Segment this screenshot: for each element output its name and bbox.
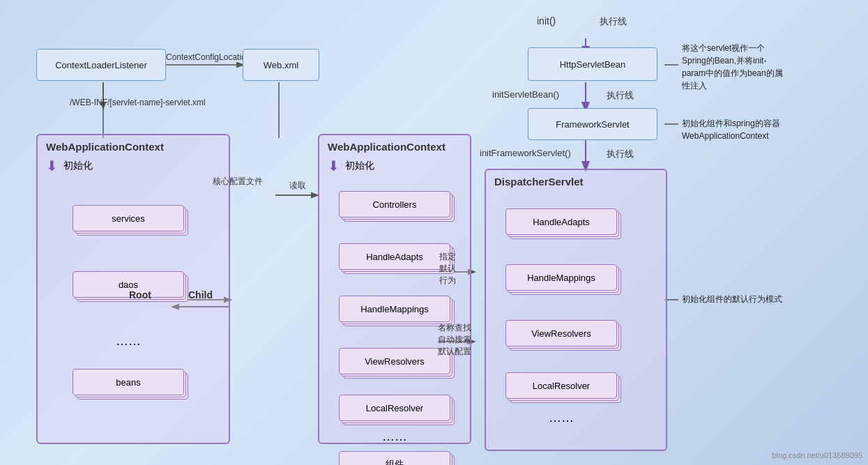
view-resolvers1-stacked: ViewResolvers: [339, 348, 450, 374]
web-app-context2-sub: 初始化: [345, 160, 374, 172]
annotation3: 初始化组件的默认行为模式: [682, 293, 849, 305]
read-arrow-label: 读取: [289, 180, 306, 192]
context-loader-listener-label: ContextLoaderListener: [55, 60, 147, 70]
init-label: init(): [537, 15, 556, 26]
daos-stacked: daos: [73, 271, 184, 298]
exec-line2-label: 执行线: [607, 89, 634, 102]
local-resolver2-stacked: LocalResolver: [505, 372, 617, 399]
handle-mappings1-stacked: HandleMappings: [339, 296, 450, 322]
child-label: Child: [188, 289, 213, 300]
watermark: blog.csdn.net/u013589095: [772, 451, 862, 459]
diagram-container: ContextLoaderListener ContextConfigLocat…: [0, 0, 868, 465]
beans-stacked: beans: [73, 369, 184, 395]
view-resolvers2-stacked: ViewResolvers: [505, 320, 617, 346]
handle-adapts1-stacked: HandleAdapts: [339, 243, 450, 270]
web-inf-label: /WEB-INF/[servlet-name]-servlet.xml: [70, 98, 206, 107]
web-xml-label: Web.xml: [264, 60, 298, 70]
local-resolver1-stacked: LocalResolver: [339, 395, 450, 421]
handle-adapts2-stacked: HandleAdapts: [505, 208, 617, 235]
framework-servlet-label: FrameworkServlet: [556, 119, 629, 130]
annotation2: 初始化组件和spring的容器WebApplicationContext: [682, 117, 849, 142]
context-loader-listener-box: ContextLoaderListener: [36, 49, 166, 81]
web-app-context1-title: WebApplicationContext: [46, 141, 164, 153]
http-servlet-bean-box: HttpServletBean: [528, 47, 657, 81]
exec-line3-label: 执行线: [607, 148, 634, 160]
framework-servlet-box: FrameworkServlet: [528, 108, 657, 140]
annotation1: 将这个servlet视作一个Spring的Bean,并将init-param中的…: [682, 42, 849, 92]
ellipsis1: ……: [73, 334, 184, 349]
down-arrow-icon2: ⬇: [328, 158, 340, 174]
controllers-stacked: Controllers: [339, 191, 450, 218]
dispatcher-servlet-box: DispatcherServlet HandleAdapts HandleMap…: [485, 169, 667, 451]
web-app-context2-box: WebApplicationContext ⬇ 初始化 Controllers …: [318, 134, 471, 444]
web-xml-box: Web.xml: [243, 49, 319, 81]
name-lookup-label: 名称查找自动搜索默认配置: [438, 322, 471, 357]
web-app-context1-sub: 初始化: [63, 160, 93, 172]
services-stacked: services: [73, 205, 184, 231]
context-config-location-label: ContextConfigLocation: [166, 52, 250, 62]
web-app-context2-title: WebApplicationContext: [328, 141, 446, 153]
specify-default-label: 指定默认行为: [439, 251, 456, 286]
init-framework-servlet-label: initFrameworkServlet(): [480, 148, 571, 158]
root-label: Root: [129, 289, 151, 300]
ellipsis2: ……: [339, 429, 450, 444]
handle-mappings2-stacked: HandleMappings: [505, 264, 617, 291]
init-servlet-bean-label: initServletBean(): [492, 89, 559, 100]
core-config-label: 核心配置文件: [213, 176, 263, 188]
exec-line1-label: 执行线: [600, 15, 627, 28]
component-stacked: 组件: [339, 451, 450, 465]
down-arrow-icon1: ⬇: [46, 158, 58, 174]
ellipsis3: ……: [505, 411, 617, 425]
http-servlet-bean-label: HttpServletBean: [560, 59, 626, 70]
dispatcher-servlet-title: DispatcherServlet: [494, 176, 584, 188]
